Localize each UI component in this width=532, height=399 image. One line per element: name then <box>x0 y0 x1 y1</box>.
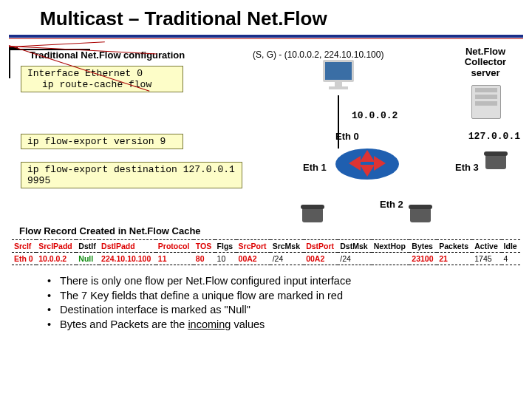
col-packets: Packets <box>437 240 472 253</box>
list-item: Bytes and Packets are the incoming value… <box>47 318 514 332</box>
list-item: The 7 Key fields that define a unique fl… <box>47 289 514 304</box>
cell: Eth 0 <box>12 253 36 265</box>
link-line <box>9 50 10 78</box>
cell: 1745 <box>472 253 501 265</box>
diagram-area: Traditional Net.Flow configuration (S, G… <box>9 45 523 222</box>
config-line: ip route-cache flow <box>27 79 177 90</box>
sg-tuple-label: (S, G) - (10.0.0.2, 224.10.10.100) <box>253 50 383 60</box>
config-line: ip flow-export version 9 <box>27 136 177 147</box>
ip-phone-icon <box>408 208 433 230</box>
cell: 10 <box>215 253 236 265</box>
ip-phone-icon <box>483 154 508 177</box>
col-tos: TOS <box>194 240 215 253</box>
config-box-interface: Interface Ethernet 0 ip route-cache flow <box>21 66 183 92</box>
config-line: ip flow-export destination 127.0.0.1 999… <box>27 164 236 186</box>
list-item: Destination interface is marked as "Null… <box>47 303 514 318</box>
dest-ip-label: 127.0.0.1 <box>468 131 520 142</box>
col-srcmsk: SrcMsk <box>270 240 304 253</box>
eth0-label: Eth 0 <box>335 131 359 142</box>
col-dstport: DstPort <box>304 240 338 253</box>
col-flgs: Flgs <box>215 240 236 253</box>
col-proto: Protocol <box>156 240 194 253</box>
cell: 224.10.10.100 <box>99 253 156 265</box>
table-header-row: SrcIf SrcIPadd DstIf DstIPadd Protocol T… <box>12 240 520 253</box>
table-row: Eth 0 10.0.0.2 Null 224.10.10.100 11 80 … <box>12 253 520 265</box>
divider-thick <box>9 35 523 38</box>
col-bytes: Bytes <box>409 240 437 253</box>
list-item: There is only one flow per Net.Flow conf… <box>47 274 514 289</box>
eth2-label: Eth 2 <box>380 199 403 210</box>
cell: /24 <box>338 253 372 265</box>
cell: 11 <box>156 253 194 265</box>
flow-record-heading: Flow Record Created in Net.Flow Cache <box>19 225 520 236</box>
notes-list: There is only one flow per Net.Flow conf… <box>47 274 514 332</box>
col-idle: Idle <box>502 240 520 253</box>
eth3-label: Eth 3 <box>455 162 479 173</box>
cell: 00A2 <box>236 253 270 265</box>
source-ip-label: 10.0.0.2 <box>352 110 398 121</box>
config-box-version: ip flow-export version 9 <box>21 134 183 149</box>
col-srcip: SrcIPadd <box>36 240 76 253</box>
cell-null: Null <box>76 253 99 265</box>
col-dstmsk: DstMsk <box>338 240 372 253</box>
config-line: Interface Ethernet 0 <box>27 68 177 79</box>
config-box-destination: ip flow-export destination 127.0.0.1 999… <box>21 162 242 188</box>
col-nexthop: NextHop <box>372 240 410 253</box>
cell: 4 <box>502 253 520 265</box>
cell: 00A2 <box>304 253 338 265</box>
col-srcport: SrcPort <box>236 240 270 253</box>
col-active: Active <box>472 240 501 253</box>
col-dstif: DstIf <box>76 240 99 253</box>
divider-thin <box>9 38 523 39</box>
flow-record-table: SrcIf SrcIPadd DstIf DstIPadd Protocol T… <box>12 239 520 265</box>
cell: 21 <box>437 253 472 265</box>
collector-server-label: Net.Flow Collector server <box>452 47 519 78</box>
eth1-label: Eth 1 <box>303 162 327 173</box>
connector-line <box>9 41 105 47</box>
cell: 80 <box>194 253 215 265</box>
col-srcif: SrcIf <box>12 240 36 253</box>
server-icon <box>471 85 501 119</box>
cell: 23100 <box>409 253 437 265</box>
page-title: Multicast – Traditional Net.Flow <box>0 0 532 35</box>
monitor-icon <box>319 60 358 95</box>
cell: 10.0.0.2 <box>36 253 76 265</box>
ip-phone-icon <box>300 208 325 230</box>
col-dstip: DstIPadd <box>99 240 156 253</box>
cell: /24 <box>270 253 304 265</box>
cell <box>372 253 410 265</box>
router-icon <box>335 149 399 180</box>
